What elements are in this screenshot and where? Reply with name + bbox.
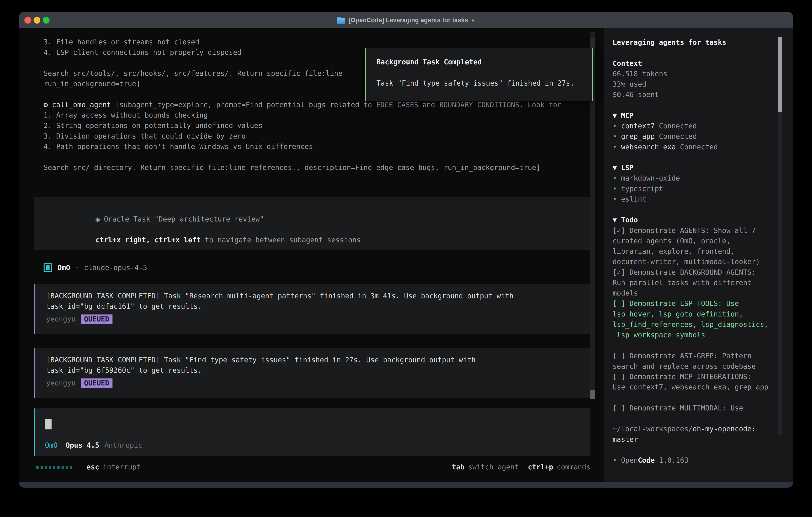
text-span: lsp_workspace_symbols [613,331,705,339]
sidebar-line: models [613,288,778,298]
text-span: Code [638,456,655,464]
text-span: Leveraging agents for tasks [613,38,726,46]
sidebar-scrollbar[interactable] [778,37,782,435]
collapse-triangle-icon: ▼ [613,112,621,119]
window-content: 3. File handles or streams not closed4. … [19,28,793,482]
sidebar-line [613,48,778,58]
sidebar-line: $0.46 spent [613,89,778,100]
sidebar-line: [✓] Demonstrate AGENTS: Show all 7 [613,225,778,236]
text-span: 3. File handles or streams not closed [44,38,199,46]
esc-key-hint: esc [87,463,99,471]
text-span: grep_app [621,132,659,140]
sidebar-line: • typescript [613,184,778,194]
text-span: search and replace across codebase [613,362,756,370]
agent-model: claude-opus-4-5 [84,264,147,272]
agent-icon [44,263,52,272]
sidebar-line [613,100,778,110]
text-span: 3. Division operations that could divide… [44,132,245,140]
text-span: models [613,289,638,297]
sidebar-line [613,392,778,403]
text-span: Use context7, websearch_exa, grep_app [613,383,768,391]
toast-title: Background Task Completed [376,57,482,67]
shortcut-label: to navigate between subagent sessions [201,236,361,244]
status-dot-icon: • [613,195,621,203]
toast-body: Task "Find type safety issues" finished … [376,78,574,88]
text-span: master [613,435,638,443]
text-span: Search src/ directory. Return specific f… [44,164,540,171]
text-span: typescript [621,185,663,193]
sidebar-line: document-writer, multimodal-looker) [613,256,778,267]
status-dot-icon: • [613,143,621,151]
sidebar-line: 33% used [613,79,778,89]
tab-key-hint: tab [452,463,465,471]
sidebar-line: master [613,434,778,445]
sidebar-line: [✓] Demonstrate BACKGROUND AGENTS: [613,267,778,277]
sidebar-lines: Leveraging agents for tasks Context66,51… [613,37,778,465]
text-span: [✓] Demonstrate BACKGROUND AGENTS: [613,268,756,276]
text-span: MCP [621,112,634,119]
text-span: [✓] Demonstrate AGENTS: Show all 7 [613,226,756,235]
sidebar-scrollbar-thumb[interactable] [778,37,782,112]
status-bar: esc interrupt tab switch agent ctrl+p co… [19,462,604,472]
sidebar-line: lsp_workspace_symbols [613,330,778,340]
task-message-line: task_id="bg_6f59260c" to get results. [46,366,202,374]
session-sidebar: Leveraging agents for tasks Context66,51… [604,28,793,482]
scrollbar-thumb[interactable] [590,390,595,399]
text-span: [ ] Demonstrate AST-GREP: Pattern [613,352,751,360]
sidebar-line: • websearch_exa Connected [613,142,778,152]
transcript-line: ⚙ call_omo_agent [subagent_type=explore,… [44,100,600,110]
sidebar-line: • OpenCode 1.0.163 [613,455,778,465]
sidebar-line [613,445,778,455]
status-dot-icon: • [613,122,621,130]
text-span: oh-my-opencode: [693,425,756,433]
sidebar-line: lsp_hover, lsp_goto_definition, [613,309,778,319]
task-user: yeongyu [46,379,76,387]
text-span: Context [613,59,642,67]
text-span: librarian, explore, frontend, [613,247,735,255]
chat-pane: 3. File handles or streams not closed4. … [19,28,604,482]
text-span: context7 [621,122,659,130]
text-span: Connected [659,132,697,140]
window-bottom-strip [19,482,793,487]
text-span: Open [621,456,638,464]
text-cursor [45,419,52,430]
agent-heading: OmO · claude-opus-4-5 [44,263,147,272]
status-dot-icon: • [613,132,621,140]
text-span: lsp_find_references, lsp_diagnostics, [613,321,768,328]
sidebar-line: Leveraging agents for tasks [613,37,778,48]
prompt-input[interactable]: OmO Opus 4.5 Anthropic [34,408,590,456]
text-span: [subagent_type=explore, prompt=Find pote… [115,101,561,109]
text-span: lsp_hover, lsp_goto_definition, [613,310,743,318]
sidebar-line [613,413,778,424]
sidebar-line: Run parallel tasks with different [613,277,778,288]
task-message-line: task_id="bg_dcfac161" to get results. [46,302,202,310]
sidebar-line: • eslint [613,194,778,204]
subagent-nav-hint: ctrl+x right, ctrl+x left to navigate be… [45,224,360,235]
agent-name: OmO [58,264,70,272]
sidebar-line: [ ] Demonstrate LSP TOOLS: Use [613,298,778,309]
sidebar-line: • grep_app Connected [613,131,778,141]
sidebar-line: • context7 Connected [613,121,778,131]
sidebar-line [613,152,778,163]
text-span: 2. String operations on potentially unde… [44,121,263,130]
task-message-line: [BACKGROUND TASK COMPLETED] Task "Find t… [46,356,475,364]
text-span: [ ] Demonstrate LSP TOOLS: Use [613,299,739,307]
input-agent-name: OmO [45,441,58,449]
task-message-line: [BACKGROUND TASK COMPLETED] Task "Resear… [46,292,514,300]
sidebar-line: lsp_find_references, lsp_diagnostics, [613,319,778,330]
text-span: document-writer, multimodal-looker) [613,258,760,266]
text-span: Run parallel tasks with different [613,279,751,287]
text-span: call_omo_agent [52,101,115,109]
task-meta: yeongyu QUEUED [46,314,113,324]
sidebar-line: ▼ LSP [613,163,778,173]
window-title-area: [OpenCode] Leveraging agents for tasks ◐ [19,12,793,28]
text-span: Search src/tools/, src/hooks/, src/featu… [44,70,343,77]
sidebar-line: [ ] Demonstrate AST-GREP: Pattern [613,351,778,361]
screen: [OpenCode] Leveraging agents for tasks ◐… [0,0,812,517]
oracle-task-header: ◉ Oracle Task "Deep architecture review" [45,203,264,214]
task-status-badge: QUEUED [81,315,113,324]
sidebar-line: [ ] Demonstrate MULTIMODAL: Use [613,403,778,413]
sidebar-line: 66,518 tokens [613,69,778,79]
tab-key-label: switch agent [468,463,519,471]
task-status-badge: QUEUED [81,378,113,388]
